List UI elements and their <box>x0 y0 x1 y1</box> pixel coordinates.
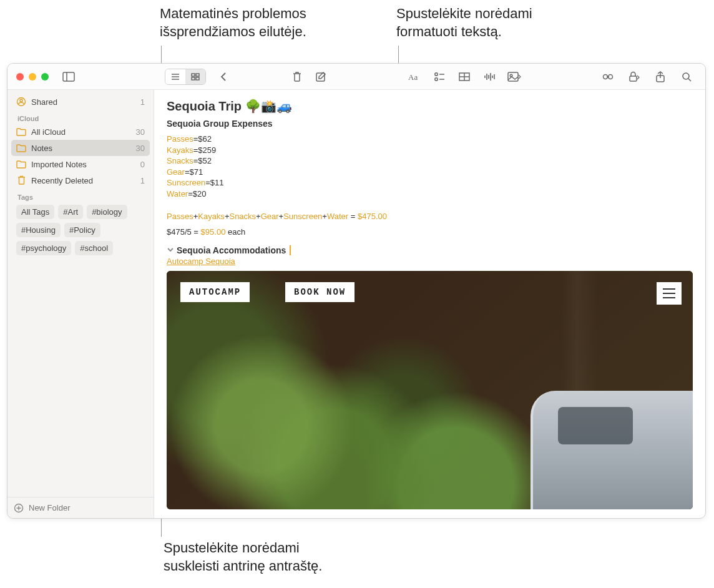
svg-point-13 <box>435 77 438 80</box>
text-format-icon: Aa <box>408 72 421 82</box>
chevron-left-icon <box>220 72 227 82</box>
expense-row: Water=$20 <box>167 189 693 200</box>
minimize-button[interactable] <box>29 73 36 81</box>
share-icon <box>655 71 665 82</box>
new-folder-button[interactable]: New Folder <box>7 497 154 518</box>
folder-icon <box>16 159 26 169</box>
svg-rect-5 <box>192 74 195 76</box>
shared-count: 1 <box>140 97 145 107</box>
rich-link-preview[interactable]: AUTOCAMP BOOK NOW <box>167 271 693 509</box>
sidebar-item-shared[interactable]: Shared 1 <box>11 94 150 110</box>
checklist-icon <box>434 72 445 82</box>
delete-button[interactable] <box>288 69 306 84</box>
lock-icon <box>628 71 640 82</box>
folder-count: 30 <box>136 144 145 153</box>
link-button[interactable] <box>599 69 617 84</box>
sidebar-folder-imported-notes[interactable]: Imported Notes0 <box>11 156 150 172</box>
audio-button[interactable] <box>481 69 498 84</box>
waveform-icon <box>484 72 495 82</box>
chevron-down-icon[interactable] <box>167 245 174 255</box>
sidebar-icon <box>62 72 75 82</box>
link-autocamp[interactable]: Autocamp Sequoia <box>167 257 693 266</box>
expense-row: Kayaks=$259 <box>167 145 693 156</box>
preview-menu-button[interactable] <box>657 282 682 305</box>
svg-rect-0 <box>63 72 74 81</box>
traffic-lights <box>7 73 49 81</box>
callout-format: Spustelėkite norėdami formatuoti tekstą. <box>396 5 532 41</box>
toolbar-right <box>599 69 705 84</box>
note-subtitle: Sequoia Group Expenses <box>167 119 693 129</box>
sidebar: Shared 1 iCloud All iCloud30Notes30Impor… <box>7 90 154 518</box>
search-icon <box>682 72 692 82</box>
grid-icon <box>190 72 200 81</box>
section-tags: Tags <box>11 189 150 202</box>
svg-line-32 <box>688 79 691 81</box>
callout-collapse: Spustelėkite norėdami suskleisti antrinę… <box>164 539 322 575</box>
sidebar-toggle-button[interactable] <box>60 69 77 84</box>
tag-policy[interactable]: #Policy <box>64 223 100 237</box>
tag-housing[interactable]: #Housing <box>16 223 61 237</box>
svg-rect-7 <box>192 77 195 80</box>
back-button[interactable] <box>215 69 232 84</box>
shared-label: Shared <box>31 97 135 107</box>
sidebar-folder-recently-deleted[interactable]: Recently Deleted1 <box>11 172 150 189</box>
notes-window: Aa Shared 1 iCloud All iCloud30Notes30Im… <box>7 63 706 519</box>
link-icon <box>602 72 614 82</box>
section-icloud: iCloud <box>11 110 150 124</box>
svg-rect-6 <box>196 74 199 76</box>
folder-label: Recently Deleted <box>31 176 135 185</box>
expense-row: Gear=$71 <box>167 167 693 178</box>
list-icon <box>170 72 180 81</box>
compose-icon <box>315 71 326 82</box>
photo-icon <box>507 72 521 82</box>
view-mode-segment <box>165 69 206 85</box>
sidebar-folder-all-icloud[interactable]: All iCloud30 <box>11 124 150 140</box>
expenses-list: Passes=$62Kayaks=$259Snacks=$52Gear=$71S… <box>167 134 693 199</box>
gallery-view-button[interactable] <box>185 69 205 84</box>
tag-biology[interactable]: #biology <box>87 205 127 219</box>
shared-icon <box>16 97 26 107</box>
media-button[interactable] <box>506 69 523 84</box>
tag-all-tags[interactable]: All Tags <box>16 205 54 219</box>
expense-row: Passes=$62 <box>167 134 693 145</box>
note-editor[interactable]: Sequoia Trip 🌳📸🚙 Sequoia Group Expenses … <box>154 90 705 518</box>
svg-text:Aa: Aa <box>408 72 418 82</box>
sidebar-list: Shared 1 iCloud All iCloud30Notes30Impor… <box>7 90 154 497</box>
svg-point-31 <box>683 73 689 79</box>
tag-school[interactable]: #school <box>75 241 113 255</box>
window-body: Shared 1 iCloud All iCloud30Notes30Impor… <box>7 90 705 518</box>
table-button[interactable] <box>456 69 473 84</box>
svg-rect-24 <box>508 72 518 81</box>
list-view-button[interactable] <box>165 69 185 84</box>
svg-point-11 <box>435 72 438 75</box>
tag-psychology[interactable]: #psychology <box>16 241 71 255</box>
tag-art[interactable]: #Art <box>58 205 83 219</box>
preview-badge-autocamp: AUTOCAMP <box>180 282 250 302</box>
folder-icon <box>16 175 26 185</box>
folder-count: 1 <box>140 176 145 185</box>
per-result: $95.00 <box>201 227 226 237</box>
expense-row: Snacks=$52 <box>167 155 693 167</box>
new-note-button[interactable] <box>312 69 330 84</box>
close-button[interactable] <box>16 73 24 81</box>
tags-wrap: All Tags#Art#biology#Housing#Policy#psyc… <box>11 202 150 258</box>
preview-badge-booknow: BOOK NOW <box>285 282 355 302</box>
expense-row: Sunscreen=$11 <box>167 177 693 189</box>
sidebar-folder-notes[interactable]: Notes30 <box>11 140 150 156</box>
titlebar: Aa <box>7 64 705 90</box>
table-icon <box>459 72 470 81</box>
svg-point-34 <box>20 99 22 102</box>
folder-label: Imported Notes <box>31 160 135 169</box>
checklist-button[interactable] <box>431 69 448 84</box>
share-button[interactable] <box>652 69 669 84</box>
note-title: Sequoia Trip 🌳📸🚙 <box>167 99 693 114</box>
lock-button[interactable] <box>625 69 643 84</box>
per-person-line: $475/5 = $95.00 each <box>167 227 693 237</box>
zoom-button[interactable] <box>41 73 49 81</box>
format-button[interactable]: Aa <box>406 69 423 84</box>
sum-line: Passes+Kayaks+Snacks+Gear+Sunscreen+Wate… <box>167 212 693 221</box>
search-button[interactable] <box>678 69 695 84</box>
trash-icon <box>292 71 302 82</box>
folder-count: 30 <box>136 127 145 137</box>
section-heading-accommodations[interactable]: Sequoia Accommodations <box>167 245 693 255</box>
